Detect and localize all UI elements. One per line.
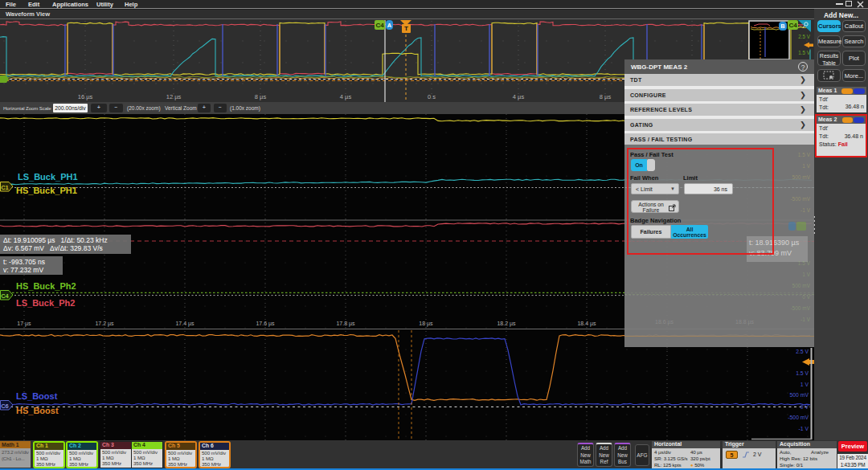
svg-text:1 V: 1 V bbox=[800, 382, 809, 387]
svg-text:500 mV: 500 mV bbox=[790, 392, 809, 398]
svg-text:1.5 V: 1.5 V bbox=[796, 370, 809, 376]
svg-text:17.2 µs: 17.2 µs bbox=[95, 321, 114, 327]
svg-text:C6: C6 bbox=[1, 403, 9, 410]
svg-text:2.5 V: 2.5 V bbox=[796, 349, 809, 354]
svg-text:8 µs: 8 µs bbox=[600, 93, 612, 100]
svg-text:17.4 µs: 17.4 µs bbox=[175, 321, 194, 327]
svg-text:17 µs: 17 µs bbox=[17, 321, 31, 327]
svg-text:A: A bbox=[387, 22, 392, 29]
svg-text:C1: C1 bbox=[1, 184, 9, 191]
svg-text:16 µs: 16 µs bbox=[78, 93, 93, 100]
svg-text:4 µs: 4 µs bbox=[513, 93, 525, 100]
svg-text:18 µs: 18 µs bbox=[419, 321, 433, 327]
svg-text:0 s: 0 s bbox=[428, 93, 436, 100]
svg-text:T: T bbox=[404, 25, 408, 32]
svg-text:8 µs: 8 µs bbox=[255, 93, 267, 100]
svg-text:12 µs: 12 µs bbox=[166, 93, 182, 100]
svg-text:17.6 µs: 17.6 µs bbox=[256, 321, 275, 327]
svg-text:-500 mV: -500 mV bbox=[788, 415, 809, 420]
svg-text:C4: C4 bbox=[788, 22, 797, 29]
svg-text:4 µs: 4 µs bbox=[340, 93, 352, 100]
svg-text:C4: C4 bbox=[1, 292, 9, 300]
svg-text:1.5 V: 1.5 V bbox=[798, 50, 811, 55]
svg-text:2.5 V: 2.5 V bbox=[798, 34, 811, 39]
svg-text:C4: C4 bbox=[375, 22, 384, 29]
svg-text:18.2 µs: 18.2 µs bbox=[497, 321, 516, 327]
svg-text:-1 V: -1 V bbox=[799, 426, 809, 431]
svg-text:0 V: 0 V bbox=[800, 404, 809, 410]
svg-text:17.8 µs: 17.8 µs bbox=[336, 321, 355, 327]
svg-text:B: B bbox=[780, 22, 785, 30]
svg-text:18.4 µs: 18.4 µs bbox=[577, 321, 596, 327]
